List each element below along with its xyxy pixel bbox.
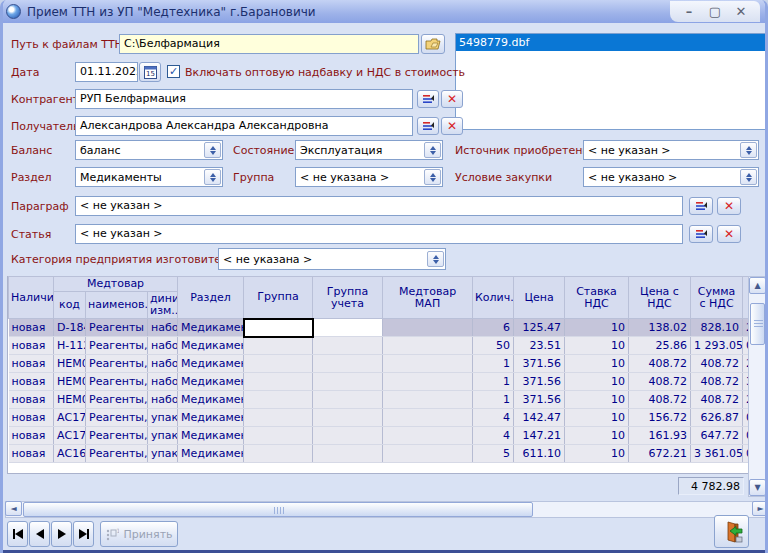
cell[interactable]: Медикамент bbox=[178, 409, 244, 427]
cell[interactable] bbox=[244, 427, 313, 445]
scroll-up-icon[interactable]: ▲ bbox=[749, 277, 766, 294]
cell[interactable]: 1 bbox=[473, 373, 514, 391]
source-combo[interactable]: < не указан > bbox=[583, 140, 759, 160]
cell[interactable]: новая bbox=[9, 427, 54, 445]
cell[interactable] bbox=[244, 391, 313, 409]
recipient-lookup-button[interactable] bbox=[417, 117, 439, 135]
cell[interactable]: 408.72 bbox=[629, 373, 691, 391]
cell[interactable] bbox=[244, 319, 313, 337]
cell[interactable]: 3 361.05 bbox=[691, 445, 743, 463]
cell[interactable]: 10 bbox=[565, 409, 629, 427]
col-header-edinica[interactable]: диниц изм... bbox=[148, 292, 178, 319]
recipient-clear-button[interactable]: ✕ bbox=[441, 117, 463, 135]
cell[interactable]: Реагенты, bbox=[86, 445, 148, 463]
cell[interactable]: АС172 bbox=[54, 427, 86, 445]
col-header-naimenovanie[interactable]: наименов... bbox=[86, 292, 148, 319]
paragraph-clear-button[interactable]: ✕ bbox=[717, 197, 741, 215]
scroll-down-icon[interactable]: ▼ bbox=[749, 479, 766, 496]
contractor-clear-button[interactable]: ✕ bbox=[441, 90, 463, 108]
cell[interactable]: Медикамент bbox=[178, 373, 244, 391]
cell[interactable] bbox=[313, 445, 383, 463]
date-input[interactable]: 01.11.2025 bbox=[75, 62, 138, 82]
cell[interactable]: 408.72 bbox=[691, 391, 743, 409]
cell[interactable]: 10 bbox=[565, 427, 629, 445]
cell[interactable]: Медикамент bbox=[178, 319, 244, 337]
cell[interactable]: 138.02 bbox=[629, 319, 691, 337]
cell[interactable] bbox=[244, 373, 313, 391]
items-grid[interactable]: Наличие Медтовар Раздел Группа Группа уч… bbox=[7, 276, 748, 473]
col-header-kolich[interactable]: Колич... bbox=[473, 277, 514, 319]
col-header-nalichie[interactable]: Наличие bbox=[9, 277, 54, 319]
cell[interactable]: Медикамент bbox=[178, 337, 244, 355]
cell[interactable]: набор bbox=[148, 337, 178, 355]
cell[interactable] bbox=[383, 355, 473, 373]
calendar-button[interactable]: 15 bbox=[139, 62, 161, 82]
combo-spinner-icon[interactable] bbox=[740, 169, 757, 185]
paragraph-input[interactable]: < не указан > bbox=[75, 196, 683, 216]
col-header-razdel[interactable]: Раздел bbox=[178, 277, 244, 319]
cell[interactable] bbox=[383, 319, 473, 337]
cell[interactable] bbox=[244, 445, 313, 463]
cell[interactable] bbox=[244, 409, 313, 427]
cell[interactable]: новая bbox=[9, 337, 54, 355]
cell[interactable]: НЕМ00 bbox=[54, 391, 86, 409]
cell[interactable]: Реагенты, bbox=[86, 373, 148, 391]
cell[interactable]: 611.10 bbox=[514, 445, 565, 463]
browse-folder-button[interactable] bbox=[421, 34, 445, 54]
titlebar[interactable]: Прием ТТН из УП "Медтехника" г.Баранович… bbox=[0, 0, 768, 23]
path-input[interactable]: C:\Белфармация bbox=[119, 34, 419, 54]
cell[interactable]: новая bbox=[9, 373, 54, 391]
cell[interactable]: 50 bbox=[473, 337, 514, 355]
minimize-icon[interactable]: – bbox=[676, 2, 702, 22]
cell[interactable]: 371.56 bbox=[514, 373, 565, 391]
cell[interactable]: новая bbox=[9, 355, 54, 373]
cell[interactable] bbox=[313, 337, 383, 355]
cell[interactable] bbox=[313, 391, 383, 409]
cell[interactable]: D-184 bbox=[54, 319, 86, 337]
cell[interactable]: 147.21 bbox=[514, 427, 565, 445]
combo-spinner-icon[interactable] bbox=[424, 169, 441, 185]
combo-spinner-icon[interactable] bbox=[740, 142, 757, 158]
col-header-summa-s-nds[interactable]: Сумма с НДС bbox=[691, 277, 743, 319]
cell[interactable]: 4 bbox=[473, 409, 514, 427]
combo-spinner-icon[interactable] bbox=[204, 142, 221, 158]
balance-combo[interactable]: баланс bbox=[75, 140, 223, 160]
cell[interactable]: 156.72 bbox=[629, 409, 691, 427]
vat-checkbox-label[interactable]: Включать оптовую надбавку и НДС в стоимо… bbox=[185, 66, 465, 79]
article-input[interactable]: < не указан > bbox=[75, 224, 683, 244]
close-icon[interactable]: ✕ bbox=[728, 2, 754, 22]
vat-checkbox[interactable]: ✓ bbox=[167, 65, 180, 78]
combo-spinner-icon[interactable] bbox=[204, 169, 221, 185]
purchase-combo[interactable]: < не указано > bbox=[583, 167, 759, 187]
cell[interactable]: Реагенты, bbox=[86, 391, 148, 409]
section-combo[interactable]: Медикаменты bbox=[75, 167, 223, 187]
cell[interactable]: 4 bbox=[473, 427, 514, 445]
col-header-medtovar-map[interactable]: Медтовар МАП bbox=[383, 277, 473, 319]
cell[interactable]: упак bbox=[148, 427, 178, 445]
accept-button[interactable]: 1 Принять bbox=[100, 521, 178, 547]
contractor-lookup-button[interactable] bbox=[417, 90, 439, 108]
cell[interactable]: 10 bbox=[565, 337, 629, 355]
cell[interactable]: Реагенты, bbox=[86, 427, 148, 445]
nav-last-button[interactable] bbox=[73, 521, 94, 547]
cell[interactable] bbox=[383, 337, 473, 355]
group-combo[interactable]: < не указана > bbox=[295, 167, 443, 187]
cell[interactable]: АС172 bbox=[54, 409, 86, 427]
cell[interactable]: Медикамент bbox=[178, 355, 244, 373]
cell[interactable]: 25.86 bbox=[629, 337, 691, 355]
cell[interactable] bbox=[383, 427, 473, 445]
cell[interactable]: 626.87 bbox=[691, 409, 743, 427]
cell[interactable] bbox=[313, 427, 383, 445]
cell[interactable]: Медикамент bbox=[178, 427, 244, 445]
col-header-gruppa[interactable]: Группа bbox=[244, 277, 313, 319]
cell[interactable]: новая bbox=[9, 391, 54, 409]
col-header-cena[interactable]: Цена bbox=[514, 277, 565, 319]
col-header-gruppa-ucheta[interactable]: Группа учета bbox=[313, 277, 383, 319]
cell[interactable] bbox=[383, 409, 473, 427]
paragraph-lookup-button[interactable] bbox=[689, 197, 713, 215]
cell[interactable]: 408.72 bbox=[629, 391, 691, 409]
cell[interactable]: 408.72 bbox=[629, 355, 691, 373]
cell[interactable]: Медикамент bbox=[178, 445, 244, 463]
cell[interactable]: упак bbox=[148, 445, 178, 463]
cell[interactable]: 1 bbox=[473, 355, 514, 373]
